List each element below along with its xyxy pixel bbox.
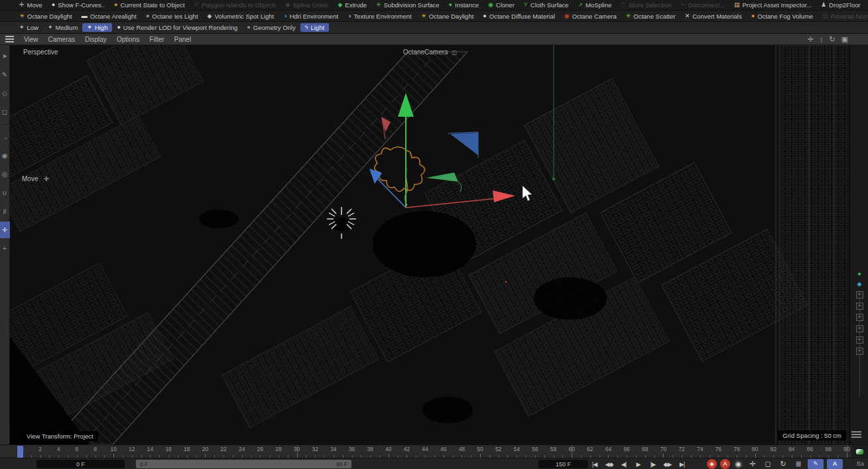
spline-union-icon: ◆ [286, 2, 290, 8]
menu-options[interactable]: Options [117, 36, 139, 43]
toolbar-item-low[interactable]: ✦Low [15, 23, 43, 32]
toolbar-item-geometry-only[interactable]: ●Geometry Only [242, 23, 300, 32]
toolbar-item-octane-ies-light[interactable]: ●Octane Ies Light [141, 12, 203, 21]
ruler-frame-label: 48 [459, 446, 465, 452]
menu-display[interactable]: Display [85, 36, 107, 43]
dock-icon-6[interactable]: ◉ [0, 147, 10, 164]
tree-expand-icon[interactable]: + [856, 336, 863, 344]
dock-icon-1[interactable]: ➤ [0, 48, 10, 64]
geometry-only-icon: ● [247, 25, 250, 31]
view-transform-status: View Transform: Project [22, 431, 98, 441]
toolbar-item-cloner[interactable]: ◉Cloner [483, 1, 519, 9]
toolbar-item-mospline[interactable]: ↗MoSpline [573, 1, 616, 9]
next-key-button[interactable]: ◆▶ [660, 461, 674, 468]
tree-expand-icon[interactable]: + [856, 325, 863, 332]
toolbar-item-label: Octane Camera [572, 13, 617, 20]
menu-filter[interactable]: Filter [149, 36, 164, 43]
dock-icon-2[interactable]: ✎ [0, 66, 10, 83]
dock-icon-4[interactable]: ◻ [0, 103, 10, 120]
camera-label[interactable]: OctaneCamera ◫ [403, 48, 457, 56]
tree-expand-icon[interactable]: + [856, 348, 863, 355]
timeline-ruler[interactable]: 0246810121416182022242628303234363840424… [0, 444, 851, 458]
dock-icon-5[interactable]: → [0, 129, 10, 145]
tree-expand-icon[interactable]: + [856, 291, 863, 299]
toolbar-item-label: Octane Fog Volume [757, 13, 813, 20]
toolbar-item-octane-scatter[interactable]: ✳Octane Scatter [621, 12, 680, 21]
dock-icon-11[interactable]: + [0, 240, 10, 257]
record-parameter-button[interactable]: ≣ [792, 458, 804, 469]
toolbar-item-label: Octane Daylight [429, 13, 474, 20]
toolbar-item-current-state-to-object[interactable]: ●Current State to Object [109, 1, 190, 9]
ruler-frame-label: 24 [239, 446, 245, 452]
goto-end-button[interactable]: ▶| [675, 461, 689, 468]
camera-rotate-icon[interactable]: ↻ [829, 35, 835, 44]
current-frame-field[interactable]: 0 F [36, 460, 125, 468]
toolbar-item-light[interactable]: ϟLight [300, 23, 329, 32]
goto-start-button[interactable]: |◀ [588, 461, 601, 468]
toolbar-item-cloth-surface[interactable]: YCloth Surface [519, 1, 574, 9]
toolbar-item-label: Current State to Object [120, 1, 184, 9]
toolbar-item-label: Octane Ies Light [152, 13, 198, 20]
toolbar-item-octane-camera[interactable]: ◉Octane Camera [560, 12, 621, 21]
next-frame-button[interactable]: |▶ [646, 461, 660, 468]
toolbar-item-octane-daylight[interactable]: ☀Octane Daylight [416, 12, 479, 21]
toolbar-item-medium[interactable]: ✦Medium [43, 23, 82, 32]
tree-expand-icon[interactable]: + [856, 314, 863, 321]
object-diamond-icon[interactable]: ◆ [857, 279, 862, 289]
record-rotation-button[interactable]: ↻ [777, 458, 789, 469]
frame-range-slider[interactable]: 0 F 90 F [136, 460, 351, 468]
object-sphere-icon[interactable]: ● [857, 269, 861, 279]
timeline-playhead[interactable] [17, 446, 23, 458]
toolbar-item-show-f-curves[interactable]: ●Show F-Curves.. [47, 1, 109, 9]
dock-icon-8[interactable]: ∪ [0, 184, 10, 201]
toolbar-item-texture-environment[interactable]: ◑Texture Environment [343, 12, 416, 21]
dock-icon-10[interactable]: ✛ [0, 222, 10, 238]
viewport-toggle-icon[interactable]: ▣ [841, 35, 848, 44]
record-scale-button[interactable]: ◻ [762, 458, 774, 469]
menu-cameras[interactable]: Cameras [48, 36, 76, 43]
timeline-key-cell[interactable] [851, 444, 868, 458]
keyframe-selection-button[interactable]: ◉ [733, 459, 743, 469]
dock-icon-3[interactable]: ◇ [0, 85, 10, 101]
ruler-frame-label: 66 [623, 446, 629, 452]
view-label[interactable]: Perspective [23, 48, 58, 56]
camera-link-icon[interactable]: ◫ [452, 49, 458, 56]
toolbar-item-octane-arealight[interactable]: ▬Octane Arealight [77, 12, 141, 21]
tree-expand-icon[interactable]: + [856, 302, 863, 310]
autokey-objects-button[interactable]: A [827, 459, 843, 469]
autokey-button[interactable]: A [720, 459, 730, 469]
toolbar-item-subdivision-surface[interactable]: ✳Subdivision Surface [371, 1, 444, 9]
toolbar-item-drop2floor[interactable]: ♟Drop2Floor [816, 1, 865, 9]
toolbar-item-extrude[interactable]: ◆Extrude [333, 1, 371, 9]
toolbar-item-instance[interactable]: ●Instance [444, 1, 483, 9]
record-keyframe-button[interactable]: ◆ [707, 459, 717, 469]
toolbar-item-use-render-lod-for-viewport-rendering[interactable]: ●Use Render LOD for Viewport Rendering [112, 23, 242, 32]
viewport-canvas[interactable]: Perspective OctaneCamera ◫ Move ✛ View T… [10, 45, 850, 444]
viewport-menus: ViewCamerasDisplayOptionsFilterPanel [24, 36, 191, 43]
dock-icon-7[interactable]: ◎ [0, 166, 10, 182]
toolbar-item-project-asset-inspector[interactable]: ▤Project Asset Inspector... [729, 1, 816, 9]
play-button[interactable]: ▶ [631, 461, 645, 468]
toolbar-item-octane-diffuse-material[interactable]: ●Octane Diffuse Material [478, 12, 560, 21]
ruler-frame-label: 28 [275, 446, 281, 452]
record-pla-button[interactable]: ✎ [808, 459, 824, 469]
toolbar-item-octane-daylight[interactable]: ☀Octane Daylight [15, 12, 77, 21]
grid-menu-icon[interactable] [851, 430, 861, 439]
total-frames-field[interactable]: 150 F [538, 460, 588, 468]
prev-frame-button[interactable]: ◀| [617, 461, 631, 468]
camera-zoom-icon[interactable]: ↕ [820, 35, 824, 44]
prev-key-button[interactable]: ◀◆ [602, 461, 616, 468]
menu-view[interactable]: View [24, 36, 38, 43]
camera-pan-icon[interactable]: ✛ [808, 35, 814, 44]
show-f-curves-icon: ● [52, 2, 55, 8]
toolbar-item-high[interactable]: ✦High [82, 23, 112, 32]
record-position-button[interactable]: ✛ [747, 458, 759, 469]
viewport-hamburger-icon[interactable] [5, 34, 14, 44]
toolbar-item-convert-materials[interactable]: ✕Convert Materials [680, 12, 747, 21]
toolbar-item-move[interactable]: ✛Move [15, 1, 47, 9]
dock-icon-9[interactable]: ♯ [0, 203, 10, 220]
toolbar-item-volumetric-spot-light[interactable]: ◆Volumetric Spot Light [203, 12, 279, 21]
menu-panel[interactable]: Panel [174, 36, 192, 43]
toolbar-item-hdri-environment[interactable]: ◑Hdri Environment [279, 12, 343, 21]
toolbar-item-octane-fog-volume[interactable]: ●Octane Fog Volume [747, 12, 818, 21]
